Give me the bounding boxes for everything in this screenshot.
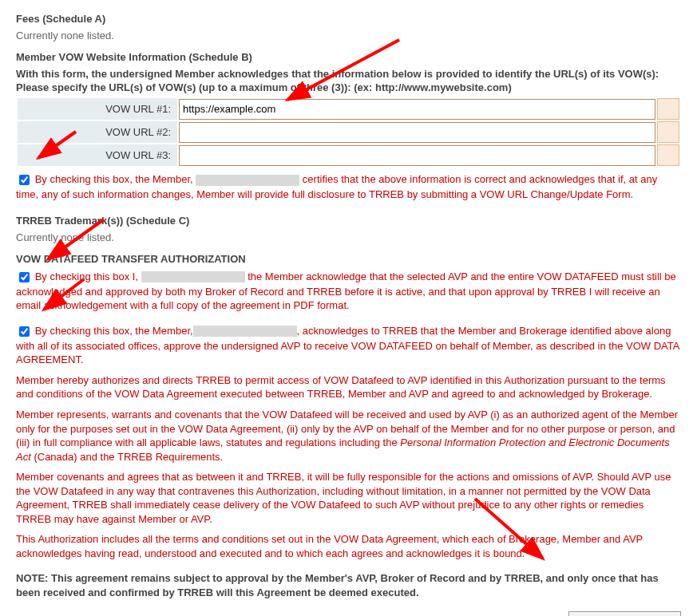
vow-url2-input[interactable] [179,122,655,143]
vow-cert-checkbox[interactable] [19,175,30,185]
trademark-status: Currently none listed. [16,231,681,243]
fees-status: Currently none listed. [16,30,681,41]
vow-cert-line: By checking this box, the Member, certif… [16,172,681,202]
datafeed-ack1-checkbox[interactable] [19,272,30,282]
vow-url1-label: VOW URL #1: [18,98,177,120]
para-represents: Member represents, warrants and covenant… [16,408,681,464]
redacted-name-1 [196,175,299,186]
datafeed-ack2-checkbox[interactable] [19,326,30,337]
vow-intro-1: With this form, the undersigned Member a… [16,68,681,80]
vow-intro-2: Please specify the URL(s) of VOW(s) (up … [16,81,681,93]
vow-url2-status [657,121,679,143]
vow-url-table: VOW URL #1: VOW URL #2: VOW URL #3: [16,97,681,168]
fees-heading: Fees (Schedule A) [16,13,681,25]
vow-url3-label: VOW URL #3: [18,144,177,166]
para-represents-2: (Canada) and the TRREB Requirements. [31,451,223,463]
vow-heading: Member VOW Website Information (Schedule… [16,51,681,63]
datafeed-ack1-before: By checking this box I, [35,270,141,282]
datafeed-ack2-before: By checking this box, the Member, [35,325,193,337]
vow-url3-status [657,144,679,166]
datafeed-ack1-line: By checking this box I, the Member ackno… [16,270,681,313]
vow-url1-input[interactable] [179,99,655,120]
datafeed-ack2-line: By checking this box, the Member,, ackno… [16,324,681,367]
vow-url2-label: VOW URL #2: [18,121,177,143]
approval-note: NOTE: This agreement remains subject to … [16,571,681,599]
vow-cert-text-before: By checking this box, the Member, [35,173,196,185]
redacted-name-2 [141,271,245,282]
redacted-name-3 [193,326,297,337]
datafeed-heading: VOW DATAFEED TRANSFER AUTHORIZATION [16,253,681,265]
para-auth-includes: This Authorization includes all the term… [16,532,681,560]
para-authorize: Member hereby authorizes and directs TRR… [16,373,681,401]
vow-url3-input[interactable] [179,145,655,166]
send-to-avp-button[interactable]: Send to AVP [568,611,681,616]
trademark-heading: TRREB Trademark(s)) (Schedule C) [16,215,681,227]
vow-url1-status [657,98,679,120]
para-covenants: Member covenants and agrees that as betw… [16,470,681,526]
